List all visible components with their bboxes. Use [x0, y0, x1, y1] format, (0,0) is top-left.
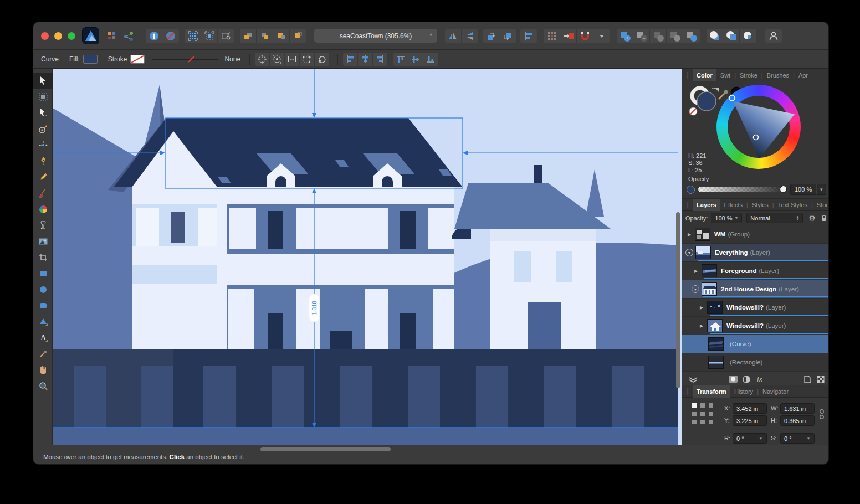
h-input[interactable]: 0.365 in	[780, 415, 815, 426]
close-window-button[interactable]	[41, 32, 49, 40]
pen-tool[interactable]	[33, 153, 53, 169]
snapping-magnet-button[interactable]	[577, 29, 593, 43]
y-input[interactable]: 3.225 in	[733, 415, 767, 426]
move-tool[interactable]	[33, 73, 53, 89]
layer-row-windowsill-2[interactable]: ▶ Windowsill? (Layer) ✓	[682, 317, 828, 335]
transform-origin-icon[interactable]	[255, 53, 270, 66]
insert-replace-button[interactable]	[290, 29, 306, 43]
layer-thumbnail[interactable]	[707, 319, 723, 332]
rotation-input[interactable]: 0 °▼	[733, 433, 767, 444]
lock-icon[interactable]	[820, 214, 828, 222]
layer-thumbnail[interactable]	[707, 301, 723, 314]
minimize-window-button[interactable]	[54, 32, 62, 40]
stroke-swatch[interactable]	[130, 55, 145, 64]
ellipse-tool[interactable]	[33, 281, 53, 297]
transform-box-icon[interactable]	[300, 53, 315, 66]
snap-to-grid-button[interactable]	[201, 29, 218, 43]
opacity-slider-knob[interactable]	[780, 186, 787, 193]
canvas-vertical-scrollbar[interactable]	[676, 212, 680, 388]
cycle-selection-box-icon[interactable]	[270, 53, 285, 66]
tab-stock[interactable]: Stock	[813, 199, 828, 211]
rounded-rectangle-tool[interactable]	[33, 297, 53, 313]
rotate-selection-icon[interactable]	[315, 53, 330, 66]
fill-swatch[interactable]	[83, 55, 98, 64]
view-tool[interactable]	[33, 362, 53, 378]
vector-brush-tool[interactable]	[33, 185, 53, 201]
opacity-slider[interactable]	[698, 187, 786, 192]
tab-swatches[interactable]: Swt	[716, 69, 734, 81]
text-tool[interactable]: A	[33, 330, 53, 346]
delete-layer-trash-icon[interactable]	[827, 376, 828, 383]
stroke-style-value[interactable]: None	[224, 55, 240, 63]
alignment-button[interactable]	[520, 29, 537, 43]
expand-arrow-icon[interactable]: ▶	[693, 269, 699, 274]
artboard-tool[interactable]	[33, 89, 53, 105]
zoom-window-button[interactable]	[68, 32, 75, 40]
export-persona-button[interactable]	[120, 29, 137, 43]
align-center-icon[interactable]	[358, 53, 373, 66]
boolean-intersect-button[interactable]	[650, 29, 667, 43]
contour-tool[interactable]	[33, 137, 53, 153]
layer-thumbnail[interactable]	[695, 246, 711, 259]
tab-color[interactable]: Color	[693, 69, 716, 81]
hue-marker[interactable]	[729, 95, 735, 101]
boolean-combine-button[interactable]	[683, 29, 700, 43]
geometry-back-button[interactable]	[723, 29, 740, 43]
link-dimensions-icon[interactable]	[819, 409, 825, 421]
color-triangle[interactable]	[716, 85, 801, 169]
account-button[interactable]	[765, 29, 782, 43]
opacity-dropdown[interactable]: ▼	[816, 184, 826, 195]
stroke-width-slider[interactable]	[152, 59, 218, 60]
edit-all-layers-button[interactable]	[146, 29, 162, 43]
insert-behind-button[interactable]	[240, 29, 257, 43]
move-backward-button[interactable]	[499, 29, 516, 43]
opacity-value[interactable]: 100 %	[790, 184, 816, 195]
layer-row-windowsill-1[interactable]: ▶ Windowsill? (Layer) ✓	[682, 299, 828, 317]
vector-crop-tool[interactable]	[33, 249, 53, 265]
tab-effects[interactable]: Effects	[720, 199, 746, 211]
mask-layer-icon[interactable]	[726, 376, 740, 383]
insert-ontop-button[interactable]	[257, 29, 273, 43]
expand-arrow-icon[interactable]: ▶	[699, 323, 704, 328]
tab-styles[interactable]: Styles	[748, 199, 772, 211]
align-top-icon[interactable]	[393, 53, 408, 66]
flip-vertical-button[interactable]	[462, 29, 478, 43]
anchor-point-selector[interactable]	[692, 403, 713, 424]
canvas-horizontal-scrollbar[interactable]	[260, 447, 391, 451]
tab-appearance[interactable]: Apr	[795, 69, 812, 81]
layer-effects-fx-icon[interactable]: fx	[753, 376, 766, 383]
boolean-add-button[interactable]: +	[617, 29, 633, 43]
geometry-front-button[interactable]	[707, 29, 723, 43]
align-left-icon[interactable]	[343, 53, 358, 66]
x-input[interactable]: 3.452 in	[733, 403, 767, 414]
layer-settings-gear-icon[interactable]: ⚙	[808, 214, 816, 223]
align-bottom-icon[interactable]	[423, 53, 438, 66]
layer-thumbnail[interactable]	[708, 337, 724, 351]
boolean-subtract-button[interactable]: −	[633, 29, 650, 43]
layer-thumbnail[interactable]	[702, 282, 717, 296]
insert-inside-button[interactable]	[273, 29, 290, 43]
geometry-split-button[interactable]	[740, 29, 756, 43]
canvas-viewport[interactable]: 1.318	[53, 69, 682, 445]
place-image-tool[interactable]	[33, 233, 53, 249]
new-pixel-layer-icon[interactable]	[814, 376, 827, 383]
layer-row-rectangle[interactable]: (Rectangle) ✓	[682, 353, 828, 372]
layer-thumbnail[interactable]	[702, 264, 717, 277]
blend-mode-dropdown[interactable]: Normal▲▼	[746, 213, 803, 223]
layer-thumbnail[interactable]	[695, 228, 710, 241]
move-by-whole-pixels-button[interactable]	[560, 29, 577, 43]
align-middle-icon[interactable]	[408, 53, 423, 66]
flip-horizontal-button[interactable]	[445, 29, 462, 43]
document-title[interactable]: seaCoastTown (305.6%) *	[314, 29, 437, 43]
layer-row-curve-selected[interactable]: (Curve) ✓	[682, 335, 828, 353]
expand-arrow-icon[interactable]: ▶	[699, 305, 704, 310]
tab-transform[interactable]: Transform	[693, 385, 730, 398]
tab-layers[interactable]: Layers	[693, 199, 720, 211]
node-tool[interactable]	[33, 105, 53, 121]
new-layer-icon[interactable]	[801, 376, 814, 383]
rectangle-tool[interactable]	[33, 265, 53, 281]
transparency-tool[interactable]	[33, 217, 53, 233]
expand-arrow-icon[interactable]: ▶	[687, 232, 692, 237]
tab-navigator[interactable]: Navigator	[759, 385, 792, 398]
tab-history[interactable]: History	[730, 385, 757, 398]
